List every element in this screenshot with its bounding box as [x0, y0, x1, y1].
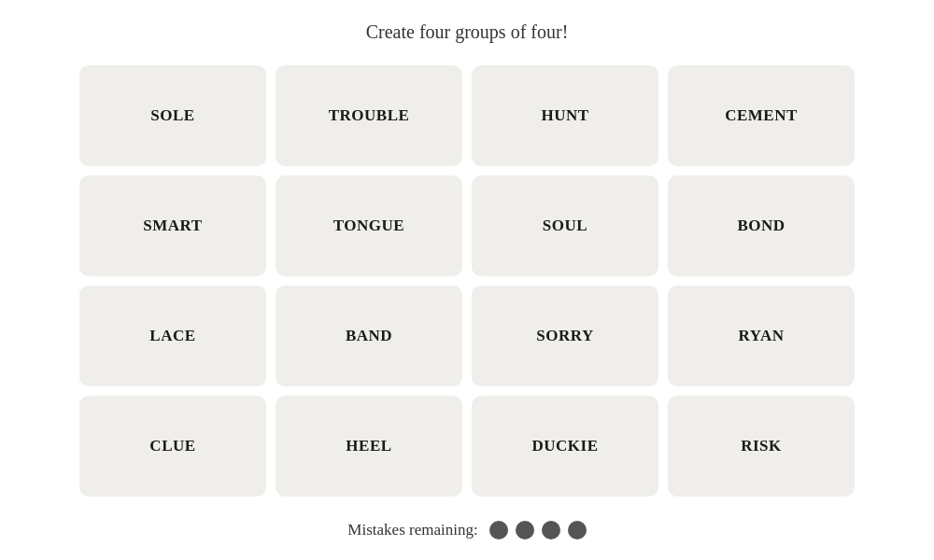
- grid-cell-sole[interactable]: SOLE: [79, 65, 266, 166]
- cell-label-bond: BOND: [737, 217, 785, 235]
- grid-cell-trouble[interactable]: TROUBLE: [276, 65, 462, 166]
- cell-label-soul: SOUL: [543, 217, 587, 235]
- cell-label-trouble: TROUBLE: [329, 106, 410, 125]
- cell-label-smart: SMART: [143, 217, 202, 235]
- grid-cell-ryan[interactable]: RYAN: [668, 286, 855, 386]
- cell-label-tongue: TONGUE: [333, 217, 404, 235]
- mistake-dot-2: [516, 521, 534, 539]
- mistake-dot-1: [489, 521, 508, 539]
- dots-container: [489, 521, 587, 539]
- cell-label-lace: LACE: [149, 327, 195, 345]
- cell-label-duckie: DUCKIE: [531, 437, 598, 455]
- grid-cell-smart[interactable]: SMART: [79, 175, 266, 276]
- mistake-dot-4: [568, 521, 587, 539]
- cell-label-ryan: RYAN: [739, 327, 785, 345]
- mistake-dot-3: [542, 521, 560, 539]
- cell-label-clue: CLUE: [149, 437, 195, 455]
- cell-label-risk: RISK: [741, 437, 782, 455]
- cell-label-hunt: HUNT: [541, 106, 588, 125]
- grid-cell-risk[interactable]: RISK: [668, 396, 855, 497]
- mistakes-row: Mistakes remaining:: [347, 521, 586, 539]
- cell-label-heel: HEEL: [346, 437, 391, 455]
- grid-cell-soul[interactable]: SOUL: [472, 175, 658, 276]
- grid-cell-duckie[interactable]: DUCKIE: [472, 396, 658, 497]
- cell-label-sole: SOLE: [150, 106, 194, 125]
- page-title: Create four groups of four!: [366, 21, 569, 43]
- cell-label-cement: CEMENT: [725, 106, 798, 125]
- cell-label-band: BAND: [346, 327, 392, 345]
- grid-cell-cement[interactable]: CEMENT: [668, 65, 855, 166]
- mistakes-label: Mistakes remaining:: [347, 521, 477, 539]
- word-grid: SOLETROUBLEHUNTCEMENTSMARTTONGUESOULBOND…: [79, 65, 855, 497]
- grid-cell-hunt[interactable]: HUNT: [472, 65, 658, 166]
- grid-cell-band[interactable]: BAND: [276, 286, 462, 386]
- grid-cell-clue[interactable]: CLUE: [79, 396, 266, 497]
- cell-label-sorry: SORRY: [536, 327, 593, 345]
- grid-cell-bond[interactable]: BOND: [668, 175, 855, 276]
- grid-cell-tongue[interactable]: TONGUE: [276, 175, 462, 276]
- grid-cell-lace[interactable]: LACE: [79, 286, 266, 386]
- grid-cell-sorry[interactable]: SORRY: [472, 286, 658, 386]
- grid-cell-heel[interactable]: HEEL: [276, 396, 462, 497]
